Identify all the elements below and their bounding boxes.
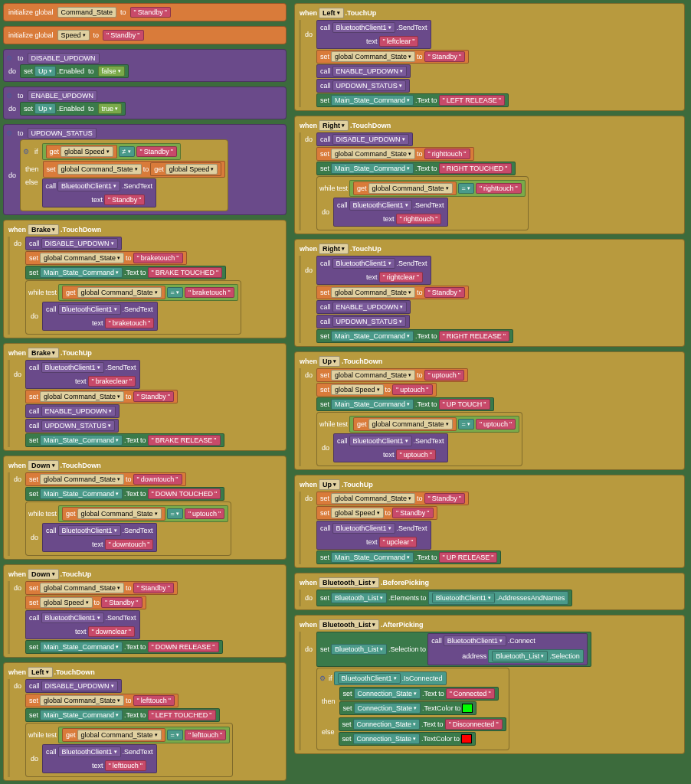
gear-icon[interactable] <box>6 92 14 100</box>
string-standby[interactable]: " Standby " <box>130 7 171 18</box>
event-right-touchdown[interactable]: when Right.TouchDown docall DISABLE_UPDO… <box>294 116 685 234</box>
proc-enable-updown[interactable]: to ENABLE_UPDOWN do set Up .Enabled to t… <box>3 87 287 119</box>
event-right-touchup[interactable]: when Right.TouchUp do call BluetoothClie… <box>294 239 685 347</box>
if-block[interactable]: if get global Speed ≠ " Standby " then s… <box>20 139 228 211</box>
var-command-state[interactable]: Command_State <box>57 7 117 18</box>
proc-disable-updown[interactable]: to DISABLE_UPDOWN do set Up .Enabled to … <box>3 49 287 82</box>
event-btlist-after[interactable]: when Bluetooth_List.AfterPicking do set … <box>294 615 685 754</box>
var-speed[interactable]: Speed <box>57 30 90 41</box>
while-block[interactable]: while test get global Command_State = " … <box>25 280 241 335</box>
event-left-touchup[interactable]: when Left.TouchUp do call BluetoothClien… <box>294 3 685 111</box>
event-btlist-before[interactable]: when Bluetooth_List.BeforePicking do set… <box>294 573 685 610</box>
event-brake-touchdown[interactable]: when Brake.TouchDown do call DISABLE_UPD… <box>3 220 287 338</box>
if-block[interactable]: if BluetoothClient1.IsConnected then set… <box>316 668 509 750</box>
gear-icon[interactable] <box>319 675 327 682</box>
event-brake-touchup[interactable]: when Brake.TouchUp do call BluetoothClie… <box>3 343 287 451</box>
init-speed[interactable]: initialize global Speed to " Standby " <box>3 26 287 44</box>
event-left-touchdown[interactable]: when Left.TouchDown docall DISABLE_UPDOW… <box>3 662 287 781</box>
color-red[interactable] <box>461 734 472 743</box>
gear-icon[interactable] <box>23 148 31 155</box>
proc-updown-status[interactable]: to UPDOWN_STATUS do if get global Speed … <box>3 124 287 215</box>
gear-icon[interactable] <box>6 54 14 62</box>
event-up-touchup[interactable]: when Up.TouchUp doset global Command_Sta… <box>294 475 685 568</box>
string-standby[interactable]: " Standby " <box>103 30 143 41</box>
event-down-touchdown[interactable]: when Down.TouchDown doset global Command… <box>3 456 287 560</box>
color-green[interactable] <box>462 704 473 713</box>
init-command-state[interactable]: initialize global Command_State to " Sta… <box>3 3 287 21</box>
event-down-touchup[interactable]: when Down.TouchUp doset global Command_S… <box>3 564 287 658</box>
event-up-touchdown[interactable]: when Up.TouchDown doset global Command_S… <box>294 351 685 470</box>
gear-icon[interactable] <box>6 129 14 137</box>
